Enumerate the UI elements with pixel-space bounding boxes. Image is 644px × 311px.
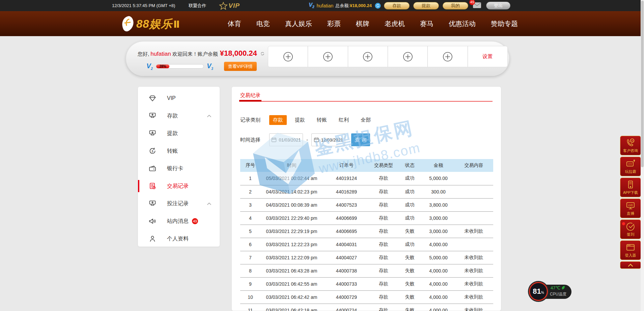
calendar-icon [271, 137, 277, 142]
account-balance: ¥18,000.24 [220, 49, 257, 57]
quick-add-slot-5[interactable] [428, 46, 468, 67]
plus-circle-icon [283, 52, 293, 62]
transaction-panel: 交易纪录 记录类别 存款 提款 转账 红利 全部 时间选择 01/03/2021… [231, 86, 501, 311]
user-level-icon: V2 [309, 2, 314, 9]
vip-detail-button[interactable]: 查看VIP详情 [224, 62, 257, 71]
tab-underline-active [239, 100, 261, 102]
table-row: 603/03/2021 12:22:23 pm44004031存款成功4,000… [240, 238, 493, 251]
float-live-button[interactable]: LIVE 直播 [620, 199, 641, 218]
vip-level-current-icon: V2 [146, 62, 153, 71]
tab-transaction-records[interactable]: 交易纪录 [240, 92, 260, 99]
sidebar-item-messages[interactable]: 站内消息 49 [138, 212, 220, 230]
vip-level-next-icon: V3 [207, 62, 213, 71]
float-app-download-button[interactable]: APP下载 [620, 178, 641, 197]
header-time: 时间 [260, 159, 323, 172]
mine-button[interactable]: 我的 [443, 2, 468, 9]
sidebar-item-withdraw[interactable]: 提款 [138, 125, 220, 142]
tab-underline [240, 101, 493, 102]
nav-item-promotions[interactable]: 优惠活动 [449, 19, 476, 28]
vip-logo[interactable]: VIP [219, 2, 240, 10]
alliance-link[interactable]: 联盟合作 [189, 3, 206, 9]
category-tab-withdraw[interactable]: 提款 [291, 115, 309, 125]
nav-item-sports[interactable]: 体育 [228, 19, 241, 28]
sidebar-item-bank-card[interactable]: 银行卡 [138, 160, 220, 177]
plus-circle-icon [323, 52, 333, 62]
sidebar-item-transfer[interactable]: $ 转账 [138, 142, 220, 160]
status-badge: 成功 [397, 198, 422, 211]
nav-item-horse-racing[interactable]: 赛马 [420, 19, 433, 28]
mail-icon[interactable]: 49 [473, 2, 481, 9]
table-row: 903/03/2021 06:42:55 am44000733存款失败4,000… [240, 277, 493, 290]
sidebar: VIP 存款 提款 $ 转账 银行卡 交易记录 投注记录 站内消息 49 个人资… [138, 86, 220, 247]
category-tab-transfer[interactable]: 转账 [313, 115, 331, 125]
svg-text:777: 777 [628, 163, 632, 165]
refresh-balance-icon[interactable] [375, 3, 381, 9]
float-launcher-button[interactable]: 登入器 [620, 240, 641, 260]
logout-button[interactable]: 登出 [486, 2, 510, 9]
datetime: 12/3/2021 5:37:45 PM (GMT +8) [112, 3, 175, 8]
cpu-usage-gauge: 81% [529, 282, 548, 301]
category-tab-all[interactable]: 全部 [357, 115, 374, 125]
sidebar-item-transaction-records[interactable]: 交易记录 [138, 177, 220, 195]
date-to-input[interactable]: 12/03/2021 [311, 133, 345, 146]
vip-progress-fill: 28% [156, 64, 169, 68]
float-customer-service-button[interactable]: 24 客户咨询 [620, 136, 641, 155]
quick-add-slot-1[interactable] [268, 46, 308, 67]
nav-item-sponsorship[interactable]: 赞助专题 [491, 19, 518, 28]
smartphone-icon [626, 180, 635, 189]
cpu-widget: 81% 47℃ CPU温度 [529, 282, 572, 301]
sidebar-item-vip[interactable]: VIP [138, 89, 220, 107]
star-icon [219, 2, 228, 10]
sidebar-item-bet-records[interactable]: 投注记录 [138, 195, 220, 212]
chevron-up-icon[interactable] [207, 202, 212, 205]
float-collapse-button[interactable] [620, 261, 641, 269]
quick-settings[interactable]: 设置 [468, 46, 507, 67]
nav-item-live-casino[interactable]: 真人娱乐 [285, 19, 312, 28]
nav-item-esports[interactable]: 电竞 [256, 19, 270, 28]
deposit-button[interactable]: 存款 [384, 2, 410, 9]
svg-text:24: 24 [631, 140, 634, 142]
greeting-username: hufatian [150, 51, 171, 57]
refresh-account-icon[interactable] [260, 51, 265, 57]
query-button[interactable]: 查 询 [351, 133, 370, 146]
deposit-icon [148, 111, 157, 120]
gem-icon [148, 94, 157, 103]
vip-progress-bar: 28% [156, 64, 204, 69]
withdraw-icon [148, 129, 157, 138]
plus-circle-icon [443, 52, 453, 62]
status-badge: 失败 [397, 264, 422, 277]
nav-item-slots[interactable]: 老虎机 [385, 19, 405, 28]
brand-text: 88娱乐Ⅱ [136, 17, 180, 32]
date-from-input[interactable]: 01/03/2021 [269, 133, 303, 146]
quick-add-slot-2[interactable] [308, 46, 348, 67]
table-row: 304/03/2021 00:08:39 am44007523存款成功3,800… [240, 198, 493, 211]
status-badge: 成功 [397, 211, 422, 225]
cpu-temp: 47℃ [551, 285, 565, 290]
nav-item-board-games[interactable]: 棋牌 [356, 19, 369, 28]
category-filter-row: 记录类别 存款 提款 转账 红利 全部 [240, 115, 379, 125]
sidebar-item-deposit[interactable]: 存款 [138, 107, 220, 125]
site-logo[interactable]: 88娱乐Ⅱ [120, 16, 180, 32]
quick-add-slot-3[interactable] [348, 46, 388, 67]
withdraw-button[interactable]: 提款 [413, 2, 439, 9]
status-badge: 失败 [397, 225, 422, 238]
float-slots-button[interactable]: 777 玩拉霸 [620, 157, 641, 176]
category-tab-bonus[interactable]: 红利 [335, 115, 353, 125]
chevron-up-icon[interactable] [207, 114, 212, 118]
nav-item-lottery[interactable]: 彩票 [327, 19, 341, 28]
logo-swoosh-icon [120, 16, 135, 32]
status-badge: 成功 [397, 185, 422, 198]
scrollbar-thumb[interactable] [641, 1, 644, 167]
category-tab-deposit[interactable]: 存款 [269, 115, 287, 125]
quick-add-slot-4[interactable] [388, 46, 428, 67]
balance-label: 总余额: [335, 3, 350, 9]
nav-menu: 体育 电竞 真人娱乐 彩票 棋牌 老虎机 赛马 优惠活动 赞助专题 [228, 11, 518, 36]
float-checkin-button[interactable]: 签到 [620, 219, 641, 239]
browser-window-icon [626, 243, 635, 252]
notification-dot [622, 222, 625, 225]
vip-progress-row: V2 28% V3 查看VIP详情 [146, 62, 257, 71]
header-status: 状态 [397, 159, 422, 172]
greeting: 您好,hufatian欢迎回来！账户余额¥18,000.24 [138, 49, 265, 58]
status-badge: 成功 [397, 172, 422, 185]
sidebar-item-profile[interactable]: 个人资料 [138, 230, 220, 248]
